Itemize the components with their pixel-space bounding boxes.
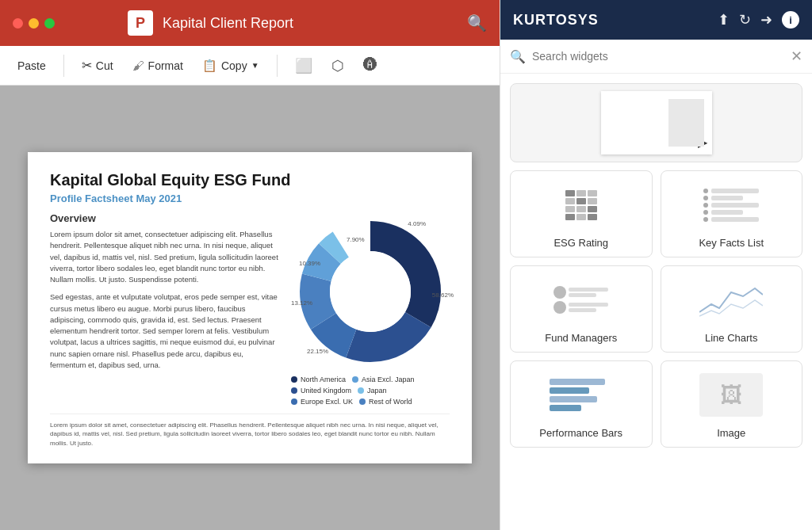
chart-label-2: 7.90%: [347, 236, 365, 243]
paste-button[interactable]: Paste: [10, 55, 54, 76]
fund-managers-preview: [519, 274, 644, 326]
legend-north-america: North America: [291, 376, 346, 383]
share-icon[interactable]: ➜: [760, 11, 772, 29]
slide-paragraph-1: Lorem ipsum dolor sit amet, consectetuer…: [50, 229, 278, 285]
image-preview: 🖼: [669, 369, 795, 421]
cut-label: Cut: [96, 59, 113, 72]
app-icon: P: [128, 10, 153, 36]
slide: Kapital Global Equity ESG Fund Profile F…: [28, 152, 472, 463]
left-panel: P Kapital Client Report 🔍 Paste ✂ Cut 🖌 …: [0, 0, 500, 530]
donut-svg: [291, 212, 450, 371]
format-label: Format: [148, 59, 183, 72]
esg-table-icon: [565, 190, 597, 220]
facts-preview: [669, 179, 795, 231]
close-dot[interactable]: [13, 18, 23, 29]
text-button[interactable]: 🅐: [355, 52, 385, 78]
legend-dot-6: [359, 398, 366, 405]
key-facts-label: Key Facts List: [699, 237, 764, 249]
legend-asia: Asia Excl. Japan: [352, 376, 415, 383]
search-input[interactable]: [532, 50, 784, 63]
legend-uk: United Kingdom: [291, 387, 351, 395]
overview-heading: Overview: [50, 212, 278, 224]
legend-dot-5: [291, 398, 297, 405]
image-label: Image: [717, 427, 745, 439]
image-widget[interactable]: 🖼 Image: [661, 360, 803, 448]
title-bar: P Kapital Client Report 🔍: [0, 0, 500, 46]
featured-widget-card[interactable]: ▶: [510, 83, 802, 162]
separator-1: [63, 55, 64, 77]
info-icon[interactable]: i: [782, 11, 799, 29]
legend-europe: Europe Excl. UK: [291, 398, 353, 406]
traffic-lights: [13, 18, 55, 29]
line-charts-label: Line Charts: [705, 332, 757, 344]
legend-dot-4: [358, 387, 364, 394]
slide-footer: Lorem ipsum dolor sit amet, consectetuer…: [50, 414, 450, 448]
paste-label: Paste: [17, 59, 46, 72]
copy-dropdown-icon: ▼: [251, 61, 259, 70]
image-insert-button[interactable]: ⬜: [287, 52, 320, 79]
fund-managers-widget[interactable]: Fund Managers: [510, 265, 653, 353]
right-panel: KURTOSYS ⬆ ↻ ➜ i 🔍 ✕ ▶: [500, 0, 812, 530]
fund-managers-label: Fund Managers: [545, 332, 617, 344]
slide-subtitle: Profile Factsheet May 2021: [50, 193, 450, 204]
preview-lines: [668, 99, 704, 147]
legend-dot-1: [291, 376, 297, 383]
donut-chart: 4.09% 7.90% 10.39% 13.12% 22.15% 58.62%: [291, 212, 450, 371]
window-title: Kapital Client Report: [163, 15, 293, 32]
legend-dot-3: [291, 387, 297, 394]
esg-preview: [519, 179, 644, 231]
key-facts-list-widget[interactable]: Key Facts List: [661, 170, 803, 257]
kurtosys-logo: KURTOSYS: [513, 12, 711, 29]
widget-row-1: ESG Rating Key Facts List: [510, 170, 802, 257]
chart-label-5: 22.15%: [307, 348, 328, 355]
featured-preview: ▶: [601, 91, 712, 154]
shape-button[interactable]: ⬡: [324, 52, 352, 79]
widget-row-2: Fund Managers Line Charts: [510, 265, 802, 353]
slide-paragraph-2: Sed egestas, ante et vulputate volutpat,…: [50, 292, 278, 371]
scissors-icon: ✂: [82, 58, 92, 73]
close-icon[interactable]: ✕: [791, 48, 802, 65]
copy-button[interactable]: 📋 Copy ▼: [194, 55, 267, 77]
svg-point-6: [330, 251, 411, 332]
search-bar: 🔍 ✕: [500, 40, 812, 74]
format-button[interactable]: 🖌 Format: [124, 55, 191, 76]
separator-2: [277, 55, 278, 77]
search-magnifier-icon: 🔍: [510, 49, 526, 64]
chart-label-3: 10.39%: [299, 260, 320, 267]
header-icons: ⬆ ↻ ➜ i: [718, 11, 799, 29]
line-charts-preview: [669, 274, 795, 326]
kurtosys-header: KURTOSYS ⬆ ↻ ➜ i: [500, 0, 812, 40]
slide-chart-column: 4.09% 7.90% 10.39% 13.12% 22.15% 58.62% …: [291, 212, 450, 406]
performance-bars-widget[interactable]: Performance Bars: [510, 360, 653, 448]
line-chart-svg: [699, 280, 763, 320]
minimize-dot[interactable]: [29, 18, 39, 29]
refresh-icon[interactable]: ↻: [739, 11, 751, 29]
legend-row: Rest of World: [359, 398, 412, 406]
upload-icon[interactable]: ⬆: [718, 11, 730, 29]
image-icon: 🖼: [720, 382, 742, 408]
cut-button[interactable]: ✂ Cut: [74, 54, 121, 77]
slide-area: Kapital Global Equity ESG Fund Profile F…: [0, 86, 500, 530]
line-charts-widget[interactable]: Line Charts: [661, 265, 803, 353]
search-icon[interactable]: 🔍: [467, 13, 487, 32]
format-icon: 🖌: [132, 59, 144, 72]
slide-title: Kapital Global Equity ESG Fund: [50, 171, 450, 189]
copy-icon: 📋: [202, 59, 217, 73]
slide-body: Overview Lorem ipsum dolor sit amet, con…: [50, 212, 450, 406]
chart-label-1: 4.09%: [408, 220, 426, 227]
esg-rating-label: ESG Rating: [553, 237, 608, 249]
legend-japan: Japan: [358, 387, 387, 395]
widget-grid: ▶: [500, 74, 812, 530]
slide-text-column: Overview Lorem ipsum dolor sit amet, con…: [50, 212, 278, 406]
copy-label: Copy: [221, 59, 247, 72]
widget-row-3: Performance Bars 🖼 Image: [510, 360, 802, 448]
legend-dot-2: [352, 376, 358, 383]
performance-bars-preview: [519, 369, 644, 421]
chart-legend: North America Asia Excl. Japan United Ki…: [291, 376, 450, 406]
chart-label-4: 13.12%: [291, 299, 312, 307]
maximize-dot[interactable]: [44, 18, 55, 29]
performance-bars-label: Performance Bars: [539, 427, 622, 439]
toolbar: Paste ✂ Cut 🖌 Format 📋 Copy ▼ ⬜ ⬡ 🅐: [0, 46, 500, 86]
chart-label-6: 58.62%: [432, 292, 454, 299]
esg-rating-widget[interactable]: ESG Rating: [510, 170, 653, 257]
